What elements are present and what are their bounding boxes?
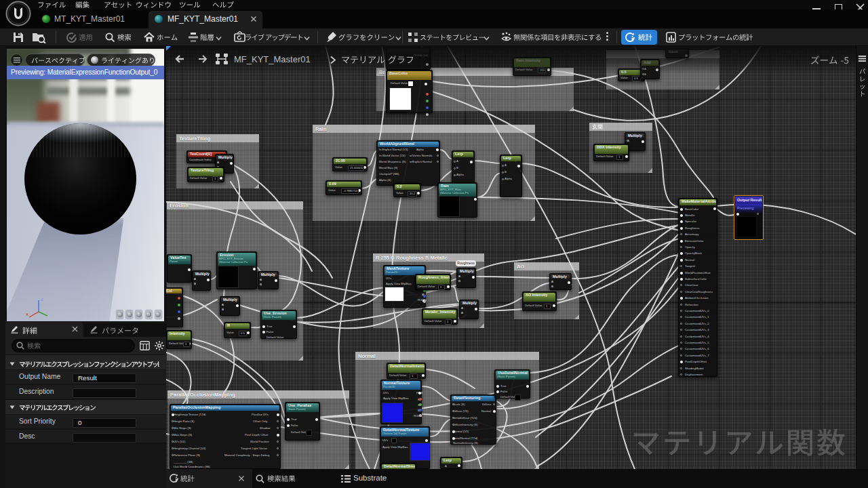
svg-text:z: z: [41, 296, 43, 302]
svg-text:x: x: [26, 311, 28, 317]
